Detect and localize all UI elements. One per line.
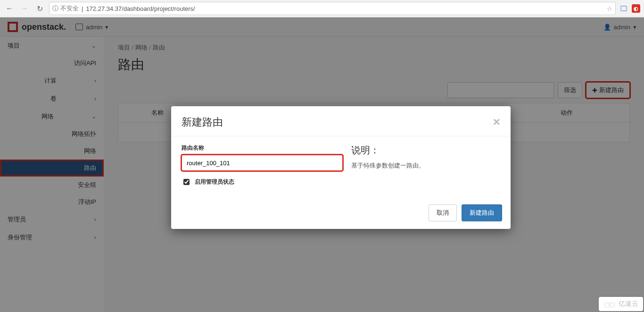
- admin-state-checkbox[interactable]: [183, 179, 190, 185]
- admin-state-label: 启用管理员状态: [195, 178, 234, 186]
- back-button[interactable]: ←: [4, 3, 15, 14]
- browser-toolbar: ← → ↻ ⓘ 不安全 | 172.27.34.37/dashboard/pro…: [0, 0, 644, 17]
- reload-button[interactable]: ↻: [34, 3, 45, 14]
- url-bar[interactable]: ⓘ 不安全 | 172.27.34.37/dashboard/project/r…: [49, 2, 616, 15]
- extension-icon-1[interactable]: [619, 4, 628, 13]
- name-label: 路由名称: [182, 144, 343, 152]
- modal-title: 新建路由: [182, 115, 223, 129]
- create-router-modal: 新建路由 × 路由名称 启用管理员状态 说明： 基于特殊参数创建一路由。: [171, 106, 511, 229]
- bookmark-star-icon[interactable]: ☆: [607, 5, 612, 12]
- svg-rect-0: [621, 6, 627, 11]
- submit-button[interactable]: 新建路由: [462, 204, 502, 221]
- watermark: 亿速云: [599, 297, 643, 311]
- insecure-icon: ⓘ 不安全: [52, 4, 79, 13]
- forward-button[interactable]: →: [19, 3, 30, 14]
- help-text: 基于特殊参数创建一路由。: [351, 161, 500, 170]
- url-text: 172.27.34.37/dashboard/project/routers/: [86, 5, 195, 12]
- router-name-input[interactable]: [182, 155, 343, 171]
- extension-icon-2[interactable]: ◐: [632, 4, 640, 13]
- help-title: 说明：: [351, 144, 500, 157]
- close-icon[interactable]: ×: [493, 115, 500, 129]
- cancel-button[interactable]: 取消: [429, 204, 457, 221]
